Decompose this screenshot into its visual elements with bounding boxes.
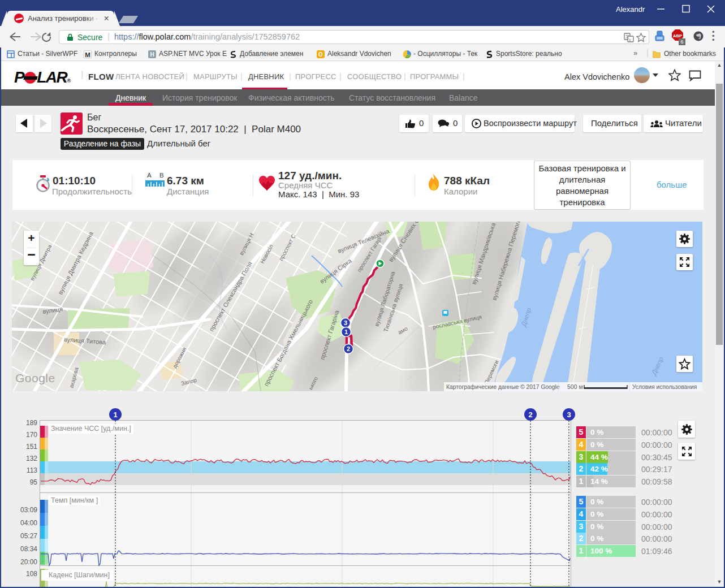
svg-text:500 м: 500 м — [567, 383, 583, 390]
svg-text:Картографические данные © 2017: Картографические данные © 2017 Google — [446, 384, 560, 390]
svg-text:3: 3 — [344, 319, 347, 326]
svg-text:ABP: ABP — [673, 33, 682, 38]
svg-text:1: 1 — [344, 328, 348, 335]
svg-text:O: O — [318, 51, 323, 58]
svg-text:H: H — [150, 51, 154, 58]
svg-text:2: 2 — [528, 410, 532, 419]
svg-text:Google: Google — [15, 371, 55, 384]
svg-text:Условия использования: Условия использования — [632, 384, 697, 390]
svg-text:x: x — [629, 38, 631, 42]
svg-text:3: 3 — [567, 410, 571, 419]
svg-text:M: M — [85, 51, 90, 58]
svg-text:6: 6 — [680, 39, 683, 45]
svg-text:2: 2 — [347, 345, 350, 352]
svg-text:1: 1 — [113, 410, 117, 419]
